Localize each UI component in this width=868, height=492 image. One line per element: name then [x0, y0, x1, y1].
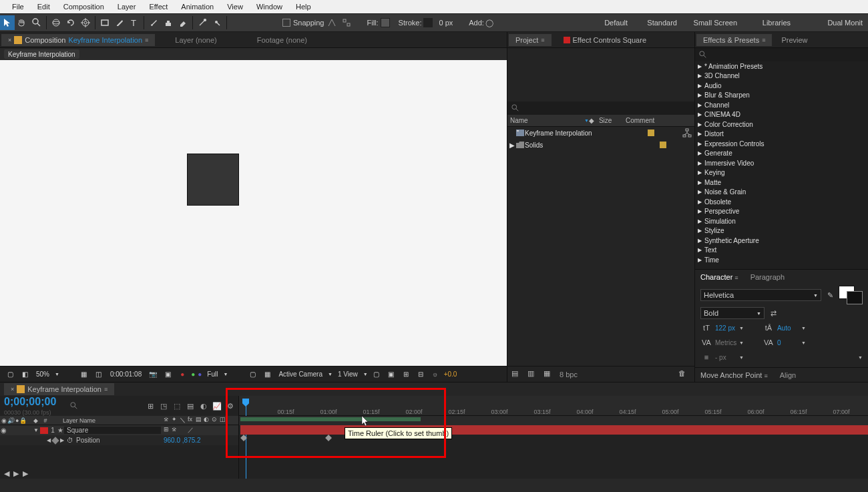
flowchart-icon[interactable] — [682, 128, 692, 138]
next-frame-icon[interactable]: ▶ — [23, 469, 28, 478]
preview-timecode[interactable]: 0:00:01:08 — [107, 371, 144, 378]
roi-icon[interactable]: ▢ — [246, 368, 258, 381]
effect-category[interactable]: ▶Color Correction — [695, 119, 868, 130]
rectangle-tool[interactable] — [97, 15, 112, 30]
tab-effect-controls[interactable]: Effect Controls Square — [573, 36, 647, 44]
snap-opt2-icon[interactable] — [339, 15, 354, 30]
workspace-dualmonitor[interactable]: Dual Monit — [822, 17, 868, 28]
breadcrumb-item[interactable]: Keyframe Interpolation — [4, 49, 79, 59]
layer-row-square[interactable]: ◉ ▼ 1 ★ Square ⊞※／ — [0, 425, 238, 435]
next-keyframe-icon[interactable]: ▶ — [60, 437, 64, 443]
menu-layer[interactable]: Layer — [111, 3, 143, 11]
timeline-search-icon[interactable] — [68, 400, 80, 412]
work-area-bar[interactable] — [240, 417, 421, 421]
tab-timeline[interactable]: × Keyframe Interpolation ≡ — [4, 383, 114, 395]
effect-category[interactable]: ▶CINEMA 4D — [695, 110, 868, 120]
brainstorm-icon[interactable]: ⚙ — [225, 401, 236, 411]
effect-category[interactable]: ▶3D Channel — [695, 71, 868, 81]
effect-category[interactable]: ▶Blur & Sharpen — [695, 91, 868, 101]
project-item-comp[interactable]: Keyframe Interpolation — [507, 127, 694, 139]
font-family-dropdown[interactable]: Helvetica▼ — [700, 289, 821, 301]
stroke-width-value[interactable]: - px — [715, 354, 736, 361]
layer-label[interactable] — [40, 427, 48, 434]
tab-menu-icon[interactable]: ≡ — [145, 37, 148, 43]
effect-category[interactable]: ▶Distort — [695, 130, 868, 140]
effect-category[interactable]: ▶Noise & Grain — [695, 188, 868, 198]
effect-category[interactable]: ▶Perspective — [695, 207, 868, 217]
col-solo-icon[interactable]: ● — [15, 417, 19, 424]
frame-blend-icon[interactable]: ▤ — [185, 401, 196, 411]
square-layer[interactable] — [187, 154, 239, 206]
effects-search[interactable] — [695, 48, 868, 61]
color-swatches[interactable] — [839, 286, 863, 304]
project-item-label[interactable] — [660, 142, 666, 148]
view-opt2-icon[interactable]: ▣ — [385, 368, 397, 381]
channel-icon[interactable]: ● — [176, 368, 188, 381]
effect-category[interactable]: ▶Matte — [695, 178, 868, 188]
col-index[interactable]: # — [41, 417, 49, 424]
composition-viewport[interactable] — [0, 60, 507, 366]
bpc-label[interactable]: 8 bpc — [560, 371, 578, 379]
comp-mini-flowchart-icon[interactable]: ⊞ — [145, 401, 156, 411]
col-video-icon[interactable]: ◉ — [1, 417, 7, 424]
effect-category[interactable]: ▶Audio — [695, 81, 868, 91]
stroke-swatch[interactable] — [423, 18, 433, 27]
effect-category[interactable]: ▶Time — [695, 255, 868, 265]
project-search[interactable] — [507, 101, 694, 115]
workspace-default[interactable]: Default — [599, 17, 633, 28]
trash-icon[interactable]: 🗑 — [678, 369, 690, 380]
show-snapshot-icon[interactable]: ▣ — [162, 368, 174, 381]
tab-character[interactable]: Character ≡ — [700, 273, 738, 281]
kerning-value[interactable]: 0 — [777, 339, 799, 346]
hand-tool[interactable] — [15, 15, 29, 30]
fill-swatch[interactable] — [381, 18, 390, 27]
eraser-tool[interactable] — [176, 15, 190, 30]
menu-effect[interactable]: Effect — [142, 3, 174, 11]
workspace-smallscreen[interactable]: Small Screen — [688, 17, 742, 28]
col-layer-name[interactable]: Layer Name — [49, 417, 164, 424]
add-dropdown-icon[interactable]: ◯ — [485, 19, 493, 27]
leading-value[interactable]: Auto — [777, 324, 799, 332]
swap-icon[interactable]: ⇄ — [767, 307, 779, 319]
view-opt3-icon[interactable]: ⊞ — [400, 368, 412, 381]
col-lock-icon[interactable]: 🔒 — [19, 417, 27, 424]
col-name[interactable]: Name — [507, 117, 584, 124]
snapping-checkbox[interactable] — [282, 19, 290, 27]
pen-tool[interactable] — [112, 15, 127, 30]
timeline-menu-icon[interactable]: ≡ — [104, 386, 107, 393]
tab-preview[interactable]: Preview — [781, 36, 807, 44]
workspace-libraries[interactable]: Libraries — [757, 17, 796, 28]
col-comment[interactable]: Comment — [626, 117, 654, 124]
selection-tool[interactable] — [0, 15, 15, 30]
graph-editor-icon[interactable]: 📈 — [212, 401, 222, 411]
tab-project[interactable]: Project ≡ — [509, 34, 552, 46]
playhead[interactable] — [242, 399, 249, 407]
rotation-tool[interactable] — [63, 15, 78, 30]
tab-footage-none[interactable]: Footage (none) — [257, 36, 307, 44]
layer-bar[interactable] — [240, 425, 868, 435]
snapshot-icon[interactable]: 📷 — [147, 368, 159, 381]
menu-window[interactable]: Window — [250, 3, 289, 11]
folder-expand-icon[interactable]: ▶ — [509, 142, 515, 149]
anchor-tool[interactable] — [78, 15, 93, 30]
col-audio-icon[interactable]: 🔊 — [7, 417, 15, 424]
property-row-position[interactable]: ◀ ▶ ⏱ Position 960.0 ,875.2 — [0, 435, 238, 445]
project-menu-icon[interactable]: ≡ — [541, 37, 544, 43]
prev-frame-icon[interactable]: ◀ — [4, 469, 9, 478]
magnification-dropdown[interactable]: 50% — [33, 371, 52, 378]
interpret-footage-icon[interactable]: ▤ — [511, 369, 523, 380]
font-style-dropdown[interactable]: Bold▼ — [700, 307, 765, 319]
menu-animation[interactable]: Animation — [174, 3, 220, 11]
col-label-icon[interactable]: ◆ — [33, 417, 41, 424]
tab-composition[interactable]: × Composition Keyframe Interpolation ≡ — [1, 34, 155, 46]
orbit-tool[interactable] — [49, 15, 63, 30]
project-item-folder[interactable]: ▶ Solids — [507, 139, 694, 151]
effects-menu-icon[interactable]: ≡ — [762, 37, 765, 43]
tab-paragraph[interactable]: Paragraph — [750, 273, 785, 281]
draft3d-icon[interactable]: ◳ — [158, 401, 169, 411]
exposure-icon[interactable]: ☼ — [429, 368, 441, 381]
menu-edit[interactable]: Edit — [31, 3, 57, 11]
camera-dropdown[interactable]: Active Camera — [276, 371, 325, 378]
rotobrush-tool[interactable] — [195, 15, 210, 30]
effect-category[interactable]: ▶Stylize — [695, 226, 868, 236]
